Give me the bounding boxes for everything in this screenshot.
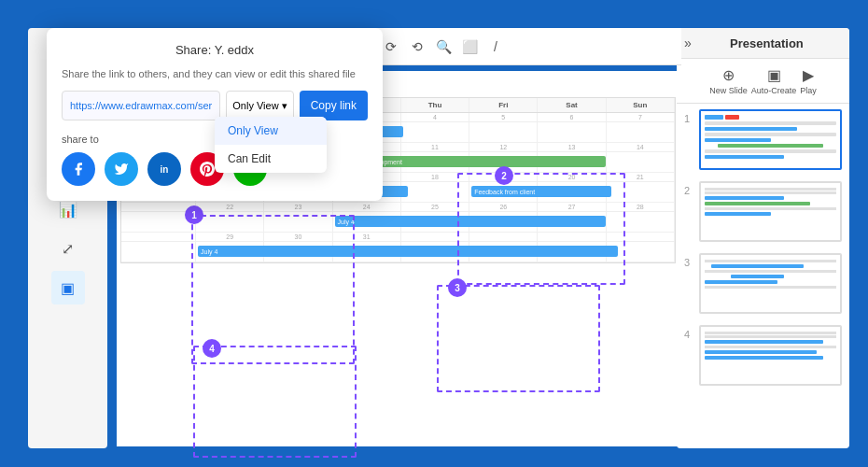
play-label: Play: [800, 86, 817, 95]
right-panel: » Presentation ⊕ New Slide ▣ Auto-Create…: [677, 28, 849, 448]
row-1-col5: [469, 122, 538, 142]
dialog-title: Share: Y. eddx: [62, 43, 368, 57]
slide-number-2: 2: [684, 185, 693, 196]
row-4-col1: [196, 212, 264, 232]
date-6: 6: [538, 113, 606, 121]
date-5: 5: [469, 113, 538, 121]
twitter-share-button[interactable]: [105, 152, 138, 186]
slide-number-3: 3: [684, 257, 693, 268]
row-1-col4: [401, 122, 469, 142]
row-5-label: [121, 242, 196, 262]
new-slide-button[interactable]: ⊕ New Slide: [709, 66, 748, 95]
new-slide-label: New Slide: [709, 86, 748, 95]
row-5-col1: July 4: [196, 242, 264, 262]
share-link-input[interactable]: [62, 91, 220, 120]
right-panel-header: » Presentation: [677, 28, 849, 59]
slide-number-4: 4: [684, 329, 693, 340]
new-slide-icon: ⊕: [722, 66, 735, 84]
slide-item-2[interactable]: 2: [677, 176, 849, 248]
sidebar-icon-present[interactable]: ▣: [51, 271, 85, 304]
selection-badge-1: 1: [185, 205, 203, 224]
slide-item-3[interactable]: 3: [677, 248, 849, 319]
gantt-row-5: July 4: [121, 242, 675, 262]
selection-badge-4: 4: [203, 339, 221, 358]
selection-badge-2: 2: [495, 166, 513, 185]
panel-actions: ⊕ New Slide ▣ Auto-Create ▶ Play: [677, 59, 849, 104]
row-1-col7: [607, 122, 675, 142]
permission-can-edit[interactable]: Can Edit: [215, 145, 327, 173]
share-dialog: Share: Y. eddx Share the link to others,…: [47, 28, 383, 201]
toolbar-zoom[interactable]: 🔍: [433, 36, 454, 57]
play-icon: ▶: [803, 66, 814, 84]
row-1-col6: [538, 122, 606, 142]
gantt-week4-dates: 22 23 24 25 26 27 28: [121, 203, 675, 212]
presentation-title: Presentation: [692, 36, 842, 50]
slide-thumbnail-4[interactable]: [699, 325, 842, 386]
slide-item-1[interactable]: 1: [677, 104, 849, 176]
row-4-col3: July 4: [333, 212, 401, 232]
gantt-row-4: July 4: [121, 212, 675, 233]
toolbar-rotate-left[interactable]: ⟲: [407, 36, 427, 57]
dialog-description: Share the link to others, and they can v…: [62, 68, 368, 79]
row-2-col7: [607, 152, 675, 172]
slide-item-4[interactable]: 4: [677, 319, 849, 391]
row-4-col2: [264, 212, 332, 232]
row-3-col4: [401, 182, 469, 202]
auto-create-button[interactable]: ▣ Auto-Create: [751, 66, 797, 95]
dropdown-chevron-icon: ▾: [282, 100, 287, 112]
gantt-header-sun: Sun: [607, 98, 675, 112]
selection-badge-3: 3: [448, 278, 467, 297]
gantt-header-fri: Fri: [469, 98, 538, 112]
permission-menu: Only View Can Edit: [215, 117, 327, 173]
toolbar-pen[interactable]: /: [485, 36, 506, 57]
gantt-header-thu: Thu: [401, 98, 469, 112]
date-4: 4: [401, 113, 469, 121]
facebook-share-button[interactable]: [62, 152, 95, 186]
sidebar-icon-expand[interactable]: ⤢: [51, 232, 85, 265]
auto-create-icon: ▣: [767, 66, 781, 84]
gantt-week5-dates: 29 30 31: [121, 233, 675, 242]
row-4-col7: [607, 212, 675, 232]
permission-label: Only View: [232, 100, 278, 111]
slide-thumbnail-2[interactable]: [699, 181, 842, 242]
panel-expand-icon[interactable]: »: [684, 35, 692, 50]
auto-create-label: Auto-Create: [751, 86, 797, 95]
slide-list: 1 2: [677, 104, 849, 448]
slide-thumbnail-1[interactable]: [699, 109, 842, 170]
date-7: 7: [607, 113, 675, 121]
gantt-header-sat: Sat: [538, 98, 606, 112]
play-button[interactable]: ▶ Play: [800, 66, 817, 95]
linkedin-share-button[interactable]: in: [147, 152, 181, 186]
row-3-col7: [607, 182, 675, 202]
toolbar-rotate-right[interactable]: ⟳: [381, 36, 401, 57]
row-3-col5: Feedback from client: [469, 182, 538, 202]
permission-only-view[interactable]: Only View: [215, 117, 327, 145]
slide-number-1: 1: [684, 113, 693, 124]
toolbar-select[interactable]: ⬜: [459, 36, 480, 57]
slide-thumbnail-3[interactable]: [699, 253, 842, 314]
